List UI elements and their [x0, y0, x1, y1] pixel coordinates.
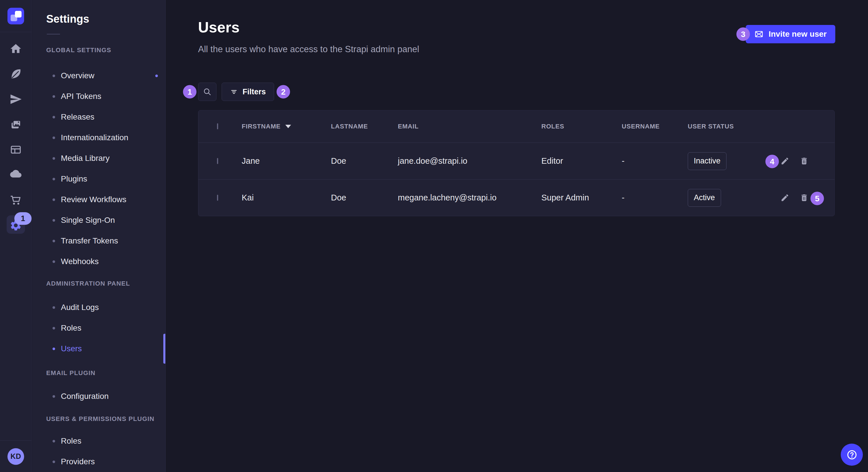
subnav-item-users[interactable]: Users	[46, 338, 165, 359]
envelope-icon	[754, 30, 764, 39]
title-divider	[47, 34, 60, 34]
pencil-icon	[780, 157, 789, 165]
edit-user-button[interactable]	[780, 193, 789, 202]
cell-email: megane.lacheny@strapi.io	[398, 193, 541, 202]
cell-username: -	[622, 193, 688, 202]
rail-item-home[interactable]	[0, 36, 31, 61]
rail-footer: KD	[0, 440, 32, 472]
annotation-mark-2: 2	[277, 85, 290, 99]
cell-roles: Super Admin	[541, 193, 622, 202]
main-content: Users All the users who have access to t…	[166, 0, 868, 472]
bullet-icon	[53, 219, 55, 222]
rail-item-cloud[interactable]	[0, 162, 31, 188]
toolbar: Filters	[198, 82, 274, 101]
users-table: Firstname Lastname Email Roles Username …	[198, 110, 835, 216]
column-header-email: Email	[398, 123, 541, 130]
bullet-icon	[53, 116, 55, 119]
search-button[interactable]	[198, 82, 216, 101]
row-checkbox[interactable]	[217, 158, 218, 164]
bullet-icon	[53, 461, 55, 463]
trash-icon	[800, 193, 809, 202]
active-item-indicator	[163, 334, 165, 364]
column-header-username: Username	[622, 123, 688, 130]
subnav-item-up-providers[interactable]: Providers	[46, 451, 165, 472]
strapi-logo[interactable]	[7, 8, 24, 24]
subnav-item-email-configuration[interactable]: Configuration	[46, 386, 165, 407]
filters-button[interactable]: Filters	[222, 82, 274, 101]
table-row: Kai Doe megane.lacheny@strapi.io Super A…	[198, 179, 834, 216]
pencil-icon	[780, 193, 789, 202]
subnav-item-single-sign-on[interactable]: Single Sign-On	[46, 210, 165, 231]
select-all-checkbox[interactable]	[217, 123, 218, 129]
delete-user-button[interactable]	[800, 193, 809, 202]
help-button[interactable]	[841, 444, 863, 466]
sort-descending-icon	[285, 125, 291, 128]
bullet-icon	[53, 136, 55, 139]
page-title: Users	[198, 19, 419, 36]
rail-item-content-manager[interactable]	[0, 137, 31, 162]
table-row: Jane Doe jane.doe@strapi.io Editor - Ina…	[198, 142, 834, 179]
column-header-roles: Roles	[541, 123, 622, 130]
column-header-lastname: Lastname	[331, 123, 398, 130]
column-header-user-status: User status	[688, 123, 755, 130]
subnav-title: Settings	[46, 12, 165, 25]
annotation-mark-3: 3	[737, 28, 750, 41]
cell-lastname: Doe	[331, 193, 398, 202]
subnav-item-internationalization[interactable]: Internationalization	[46, 127, 165, 148]
edit-user-button[interactable]	[780, 157, 789, 165]
subnav-item-media-library[interactable]: Media Library	[46, 148, 165, 169]
shopping-cart-icon	[9, 194, 22, 206]
cell-username: -	[622, 156, 688, 166]
rail-item-media-library[interactable]	[0, 112, 31, 137]
bullet-icon	[53, 240, 55, 242]
section-label-global-settings: Global settings	[46, 47, 165, 53]
subnav-item-api-tokens[interactable]: API Tokens	[46, 86, 165, 107]
subnav-item-admin-roles[interactable]: Roles	[46, 318, 165, 338]
rail-item-marketplace[interactable]	[0, 188, 31, 213]
cell-roles: Editor	[541, 156, 622, 166]
subnav-item-review-workflows[interactable]: Review Workflows	[46, 189, 165, 210]
page-header: Users All the users who have access to t…	[198, 19, 419, 55]
bullet-icon	[53, 157, 55, 160]
column-header-firstname[interactable]: Firstname	[242, 123, 331, 130]
cell-firstname: Jane	[242, 156, 331, 166]
subnav-item-releases[interactable]: Releases	[46, 107, 165, 127]
bullet-icon	[53, 306, 55, 309]
status-badge: Active	[688, 189, 721, 207]
bullet-icon	[53, 74, 55, 77]
subnav-item-overview[interactable]: Overview	[46, 65, 165, 86]
filter-icon	[230, 88, 238, 96]
media-gallery-icon	[9, 118, 22, 131]
section-label-email-plugin: Email plugin	[46, 370, 165, 376]
subnav-item-webhooks[interactable]: Webhooks	[46, 251, 165, 272]
strapi-admin-app: 1 KD Settings Global settings Overview A…	[0, 0, 868, 472]
nav-rail: 1 KD	[0, 0, 32, 472]
user-avatar[interactable]: KD	[7, 448, 24, 465]
bullet-icon	[53, 395, 55, 398]
bullet-icon	[53, 178, 55, 180]
rail-item-deploy[interactable]	[0, 87, 31, 112]
strapi-logo-glyph-shadow	[11, 14, 17, 21]
subnav-item-up-roles[interactable]: Roles	[46, 431, 165, 451]
home-icon	[9, 42, 22, 55]
settings-subnav: Settings Global settings Overview API To…	[32, 0, 166, 472]
invite-new-user-button[interactable]: Invite new user	[746, 25, 835, 43]
delete-user-button[interactable]	[800, 157, 809, 165]
row-checkbox[interactable]	[217, 195, 218, 201]
subnav-item-transfer-tokens[interactable]: Transfer Tokens	[46, 231, 165, 251]
bullet-icon	[53, 95, 55, 98]
paper-plane-icon	[9, 93, 22, 105]
cell-lastname: Doe	[331, 156, 398, 166]
rail-item-settings[interactable]: 1	[0, 213, 31, 238]
overview-notification-dot-icon	[155, 74, 158, 77]
page-subtitle: All the users who have access to the Str…	[198, 43, 419, 55]
layout-icon	[9, 143, 22, 156]
section-label-administration-panel: Administration panel	[46, 280, 165, 287]
subnav-item-plugins[interactable]: Plugins	[46, 169, 165, 189]
cloud-icon	[9, 169, 22, 181]
subnav-item-audit-logs[interactable]: Audit Logs	[46, 297, 165, 318]
annotation-mark-4: 4	[766, 155, 779, 168]
bullet-icon	[53, 347, 55, 350]
rail-item-content-type-builder[interactable]	[0, 61, 31, 87]
bullet-icon	[53, 198, 55, 201]
